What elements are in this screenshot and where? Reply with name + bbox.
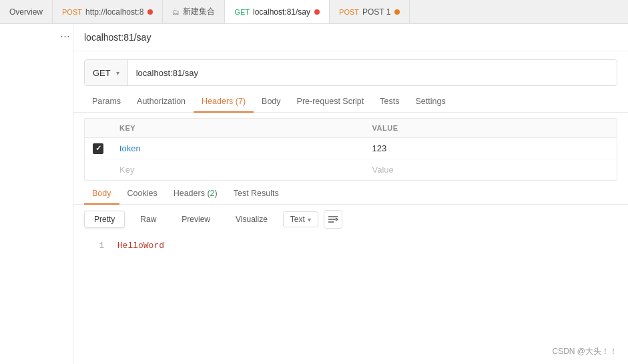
pretty-button[interactable]: Pretty bbox=[84, 211, 125, 228]
tab-tests-label: Tests bbox=[380, 97, 399, 106]
tab-body[interactable]: Body bbox=[254, 91, 289, 113]
row1-value-text: 123 bbox=[372, 143, 387, 153]
row2-value[interactable]: Value bbox=[364, 159, 617, 180]
table-header: KEY VALUE bbox=[85, 119, 617, 138]
resp-headers-count: 2 bbox=[210, 189, 215, 198]
table-row: ✓ token 123 bbox=[85, 138, 617, 159]
response-code-text: HelloWord bbox=[117, 241, 164, 251]
row1-checkbox-cell: ✓ bbox=[85, 143, 111, 154]
sidebar: ··· bbox=[0, 24, 73, 364]
tab-post2[interactable]: POST POST 1 bbox=[330, 0, 410, 23]
folder-icon: 🗂 bbox=[172, 8, 180, 16]
tab-post-url: http://localhost:8 bbox=[85, 7, 143, 17]
tab-headers[interactable]: Headers (7) bbox=[194, 91, 254, 113]
col-value-header: VALUE bbox=[364, 119, 617, 137]
response-body: 1 HelloWord bbox=[73, 234, 628, 364]
headers-count: 7 bbox=[238, 97, 243, 106]
row2-key[interactable]: Key bbox=[111, 159, 364, 180]
resp-tab-test-results[interactable]: Test Results bbox=[226, 183, 287, 205]
col-key-header: KEY bbox=[111, 119, 364, 137]
watermark: CSDN @大头！！ bbox=[552, 346, 617, 357]
tab-post-localhost[interactable]: POST http://localhost:8 bbox=[53, 0, 163, 23]
tab-tests[interactable]: Tests bbox=[372, 91, 407, 113]
response-tabs: Body Cookies Headers (2) Test Results bbox=[73, 183, 628, 205]
tab-post-dot bbox=[147, 9, 153, 15]
tab-post2-label: POST 1 bbox=[362, 7, 390, 17]
resp-tab-body-label: Body bbox=[92, 189, 111, 198]
tab-collection-label: 新建集合 bbox=[183, 6, 215, 17]
method-dropdown[interactable]: GET ▾ bbox=[85, 60, 128, 85]
preview-button[interactable]: Preview bbox=[172, 211, 220, 228]
resp-tab-cookies[interactable]: Cookies bbox=[119, 183, 166, 205]
tab-overview[interactable]: Overview bbox=[0, 0, 53, 23]
tab-overview-label: Overview bbox=[9, 7, 43, 17]
request-title: localhost:81/say bbox=[84, 32, 151, 43]
row2-value-placeholder: Value bbox=[372, 165, 394, 175]
row1-key[interactable]: token bbox=[111, 138, 364, 159]
url-input[interactable] bbox=[128, 60, 617, 85]
resp-tab-cookies-label: Cookies bbox=[127, 189, 158, 198]
request-bar: GET ▾ bbox=[84, 59, 617, 86]
visualize-button[interactable]: Visualize bbox=[226, 211, 278, 228]
url-bar-wrapper: localhost:81/say bbox=[73, 24, 628, 51]
request-tabs: Params Authorization Headers (7) Body Pr… bbox=[73, 91, 628, 113]
wrap-icon bbox=[328, 215, 338, 224]
row1-key-text: token bbox=[119, 143, 141, 153]
body-toolbar: Pretty Raw Preview Visualize Text ▾ bbox=[73, 205, 628, 234]
tabs-bar: Overview POST http://localhost:8 🗂 新建集合 … bbox=[0, 0, 628, 24]
format-chevron-icon: ▾ bbox=[308, 216, 311, 223]
tab-post-method: POST bbox=[62, 8, 82, 16]
resp-tab-body[interactable]: Body bbox=[84, 183, 119, 205]
tab-get-method: GET bbox=[234, 8, 250, 16]
tab-post2-method: POST bbox=[339, 8, 359, 16]
tab-body-label: Body bbox=[262, 97, 281, 106]
method-label: GET bbox=[93, 68, 111, 78]
code-line-1: 1 HelloWord bbox=[84, 241, 617, 251]
method-chevron-icon: ▾ bbox=[116, 69, 119, 77]
headers-table: KEY VALUE ✓ token 123 bbox=[84, 118, 617, 181]
tab-pre-request-label: Pre-request Script bbox=[297, 97, 364, 106]
line-number-1: 1 bbox=[84, 241, 104, 251]
sidebar-more-button[interactable]: ··· bbox=[60, 29, 70, 43]
format-label: Text bbox=[290, 215, 305, 224]
tab-get-url: localhost:81/say bbox=[253, 7, 310, 17]
main-content: localhost:81/say GET ▾ Params Authorizat… bbox=[73, 24, 628, 364]
format-dropdown[interactable]: Text ▾ bbox=[283, 211, 318, 227]
table-row: Key Value bbox=[85, 159, 617, 180]
tab-settings[interactable]: Settings bbox=[407, 91, 453, 113]
row1-checkbox[interactable]: ✓ bbox=[93, 143, 103, 154]
wrap-button[interactable] bbox=[324, 210, 342, 229]
col-checkbox-header bbox=[85, 119, 111, 137]
resp-tab-headers-label: Headers (2) bbox=[174, 189, 218, 198]
tab-params-label: Params bbox=[92, 97, 121, 106]
tab-post2-dot bbox=[394, 9, 400, 15]
tab-get-dot bbox=[314, 9, 320, 15]
row2-key-placeholder: Key bbox=[119, 165, 134, 175]
tab-new-collection[interactable]: 🗂 新建集合 bbox=[163, 0, 225, 23]
resp-tab-test-results-label: Test Results bbox=[234, 189, 279, 198]
row1-value[interactable]: 123 bbox=[364, 138, 617, 159]
tab-settings-label: Settings bbox=[415, 97, 445, 106]
tab-pre-request[interactable]: Pre-request Script bbox=[289, 91, 372, 113]
raw-button[interactable]: Raw bbox=[130, 211, 166, 228]
tab-authorization[interactable]: Authorization bbox=[129, 91, 194, 113]
tab-get-localhost[interactable]: GET localhost:81/say bbox=[225, 0, 330, 23]
tab-params[interactable]: Params bbox=[84, 91, 129, 113]
tab-authorization-label: Authorization bbox=[137, 97, 186, 106]
resp-tab-headers[interactable]: Headers (2) bbox=[166, 183, 226, 205]
tab-headers-label: Headers (7) bbox=[202, 97, 246, 106]
checkmark-icon: ✓ bbox=[95, 144, 101, 153]
